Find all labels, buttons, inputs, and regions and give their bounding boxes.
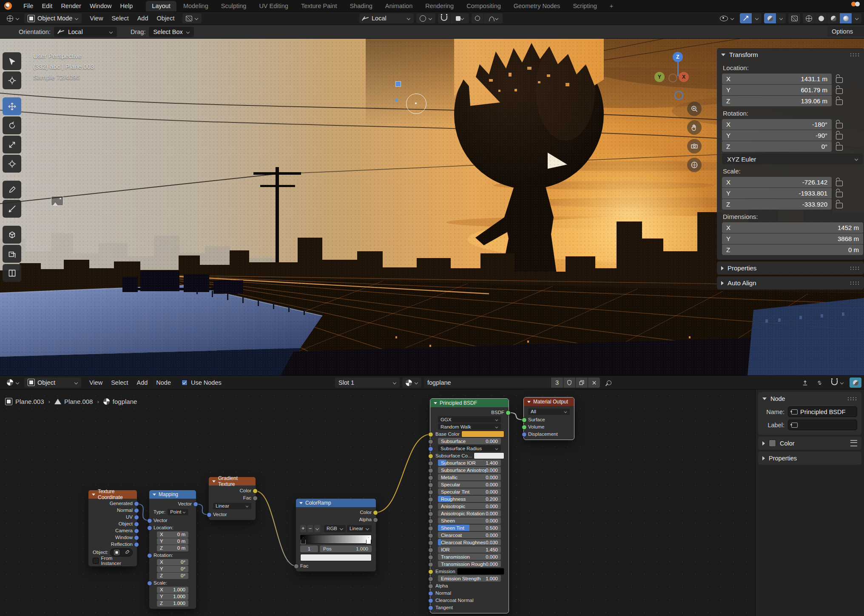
socket-float[interactable]	[428, 475, 433, 480]
output-vector[interactable]: Vector	[149, 500, 196, 507]
node-panel-header[interactable]: Node	[758, 392, 861, 405]
section-header-auto-align[interactable]: Auto Align	[717, 276, 864, 290]
menu-render[interactable]: Render	[57, 1, 85, 11]
socket-vector[interactable]	[134, 542, 139, 547]
socket-float[interactable]	[428, 533, 433, 538]
row-alpha[interactable]: Alpha	[430, 582, 509, 589]
row-anisotropic-rotation[interactable]: Anisotropic Rotation0.000	[430, 510, 509, 517]
eyedropper-icon[interactable]	[125, 550, 130, 555]
breadcrumb-item[interactable]: Plane.008	[54, 398, 93, 405]
tab-compositing[interactable]: Compositing	[460, 1, 507, 11]
socket-float[interactable]	[428, 548, 433, 553]
row-roughness[interactable]: Roughness0.200	[430, 495, 509, 502]
socket-float[interactable]	[428, 468, 433, 473]
new-material-button[interactable]	[576, 378, 588, 388]
pin-icon[interactable]	[606, 379, 612, 386]
zoom-button[interactable]	[687, 102, 702, 116]
from-instancer-row[interactable]: From Instancer	[88, 557, 137, 564]
lock-icon[interactable]	[836, 134, 843, 139]
material-browse-dropdown[interactable]	[402, 378, 421, 388]
output-window[interactable]: Window	[88, 534, 137, 541]
shading-rendered-button[interactable]	[840, 13, 852, 23]
breadcrumb-item[interactable]: fogplane	[103, 398, 137, 405]
orthographic-toggle-button[interactable]	[687, 158, 702, 172]
overlays-dropdown[interactable]	[776, 13, 786, 23]
tool-scale[interactable]	[3, 136, 21, 153]
value-row-x[interactable]: X1.000	[149, 586, 196, 593]
node-header-material-output[interactable]: Material Output	[524, 397, 574, 406]
socket-vector[interactable]	[147, 518, 152, 523]
socket-float[interactable]	[428, 562, 433, 567]
lock-icon[interactable]	[836, 88, 843, 94]
xray-toggle[interactable]	[788, 13, 800, 23]
viewport-menu-select[interactable]: Select	[108, 14, 132, 23]
socket-color[interactable]	[253, 488, 258, 494]
value-row-z[interactable]: Z0 m	[149, 545, 196, 551]
scale-y-slider[interactable]: Y-1933.801	[722, 188, 832, 199]
socket-vector[interactable]	[522, 432, 527, 437]
socket-vector[interactable]	[147, 581, 152, 586]
ramp-stop-0[interactable]	[301, 537, 306, 544]
interpolation-select[interactable]: Linear	[347, 525, 372, 532]
tab-scripting[interactable]: Scripting	[567, 1, 603, 11]
socket-color[interactable]	[428, 432, 433, 437]
tab-geometry-nodes[interactable]: Geometry Nodes	[508, 1, 566, 11]
overlays-toggle[interactable]	[764, 13, 776, 23]
lock-icon[interactable]	[836, 181, 843, 186]
location-x-slider[interactable]: X1431.1 m	[722, 74, 832, 84]
socket-float[interactable]	[428, 461, 433, 466]
row-tangent[interactable]: Tangent	[430, 604, 509, 611]
socket-float[interactable]	[428, 519, 433, 524]
socket-float[interactable]	[428, 511, 433, 517]
dimensions-x-slider[interactable]: X1452 m	[722, 222, 863, 233]
shading-dropdown[interactable]	[852, 13, 861, 23]
tool-options-dropdown[interactable]	[182, 13, 202, 23]
rotation-z-slider[interactable]: Z0°	[722, 141, 832, 152]
snap-target-dropdown[interactable]	[450, 13, 469, 23]
socket-float[interactable]	[428, 584, 433, 589]
color-swatch[interactable]	[474, 452, 504, 459]
node-principled-bsdf[interactable]: Principled BSDF BSDFGGXRandom WalkBase C…	[430, 398, 509, 613]
proportional-falloff-dropdown[interactable]	[484, 13, 503, 23]
viewport-menu-add[interactable]: Add	[134, 14, 152, 23]
row-clearcoat[interactable]: Clearcoat0.000	[430, 531, 509, 539]
socket-shader[interactable]	[506, 410, 511, 415]
output-color[interactable]: Color	[296, 508, 376, 516]
value-row-y[interactable]: Y0°	[149, 565, 196, 572]
remove-stop-button[interactable]: −	[307, 525, 313, 532]
stop-position-slider[interactable]: Pos 1.000	[320, 545, 372, 552]
lock-icon[interactable]	[836, 77, 843, 83]
rotation-x-slider[interactable]: X-180°	[722, 119, 832, 130]
node-header-gradient-texture[interactable]: Gradient Texture	[209, 477, 256, 485]
panel-drag-handle[interactable]	[850, 281, 860, 285]
lock-icon[interactable]	[836, 145, 843, 150]
material-users-button[interactable]: 3	[551, 378, 563, 388]
tab-uv-editing[interactable]: UV Editing	[253, 1, 294, 11]
rotate-gizmo-circle[interactable]	[406, 94, 426, 114]
panel-drag-handle[interactable]	[847, 397, 857, 400]
transform-section-header[interactable]: Transform	[717, 48, 864, 61]
lock-icon[interactable]	[836, 203, 843, 208]
scale-z-slider[interactable]: Z-333.920	[722, 199, 832, 210]
socket-color[interactable]	[373, 510, 378, 515]
row-subsurface-ior[interactable]: Subsurface IOR1.400	[430, 459, 509, 466]
use-nodes-checkbox[interactable]	[182, 380, 188, 386]
properties-section-header[interactable]: Properties	[758, 451, 861, 465]
from-instancer-checkbox[interactable]	[93, 558, 99, 564]
output-uv[interactable]: UV	[88, 514, 137, 520]
value-row-x[interactable]: X0°	[149, 559, 196, 565]
input-volume[interactable]: Volume	[524, 423, 574, 430]
parent-node-tree-button[interactable]	[799, 378, 811, 388]
color-swatch[interactable]	[457, 568, 504, 575]
collapse-icon[interactable]	[527, 401, 531, 403]
tool-transform[interactable]	[3, 155, 21, 173]
camera-view-button[interactable]	[687, 139, 702, 153]
color-mode-select[interactable]: RGB	[324, 525, 346, 532]
value-row-y[interactable]: Y0 m	[149, 538, 196, 545]
shading-material-button[interactable]	[827, 13, 839, 23]
section-header-properties[interactable]: Properties	[717, 261, 864, 275]
tab-shading[interactable]: Shading	[344, 1, 378, 11]
row-emission-strength[interactable]: Emission Strength1.000	[430, 575, 509, 582]
node-color-ramp[interactable]: ColorRamp Color Alpha + − RGB	[296, 498, 376, 572]
row-ior[interactable]: IOR1.450	[430, 546, 509, 553]
